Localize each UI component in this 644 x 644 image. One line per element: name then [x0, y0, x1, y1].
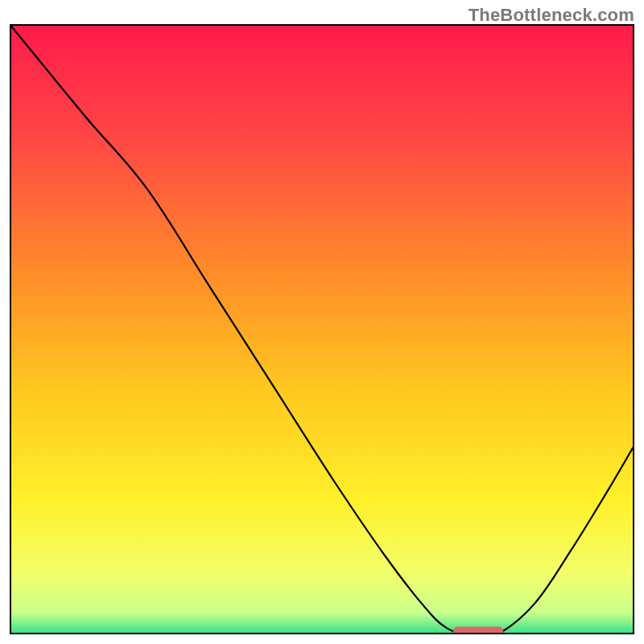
watermark-text: TheBottleneck.com — [469, 5, 634, 26]
chart-frame: TheBottleneck.com — [0, 0, 644, 644]
plot-border — [10, 24, 634, 634]
